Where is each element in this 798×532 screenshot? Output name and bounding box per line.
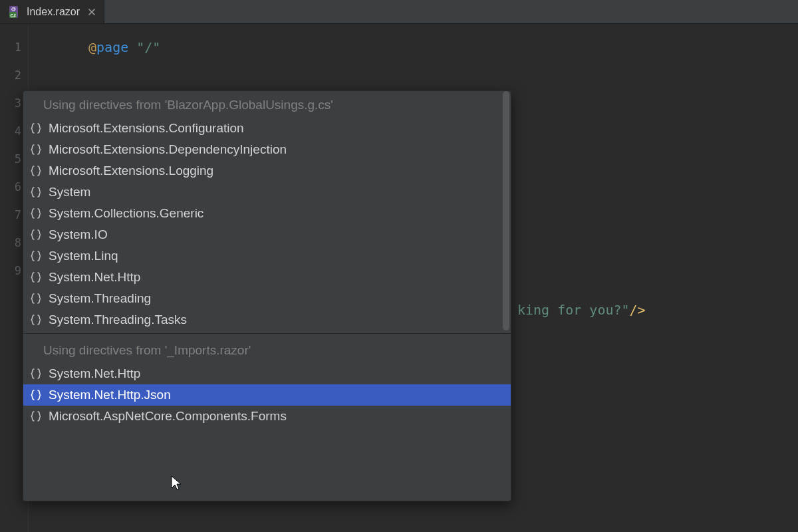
line-number: 8 <box>0 229 21 257</box>
svg-text:C#: C# <box>11 13 17 17</box>
namespace-icon <box>30 389 42 401</box>
close-icon[interactable] <box>88 8 96 16</box>
popup-item-label: Microsoft.Extensions.DependencyInjection <box>49 142 287 157</box>
popup-item-label: System.Collections.Generic <box>49 206 203 221</box>
popup-item[interactable]: System.Threading <box>23 288 511 309</box>
popup-item[interactable]: System.Net.Http <box>23 363 511 384</box>
namespace-icon <box>30 165 42 177</box>
line-number: 1 <box>0 33 21 61</box>
popup-item-label: System <box>49 185 90 200</box>
popup-section-header: Using directives from 'BlazorApp.GlobalU… <box>23 91 511 118</box>
namespace-icon <box>30 250 42 262</box>
namespace-icon <box>30 314 42 326</box>
popup-item[interactable]: Microsoft.AspNetCore.Components.Forms <box>23 406 511 427</box>
tab-bar: @ C# Index.razor <box>0 0 798 24</box>
namespace-icon <box>30 186 42 198</box>
popup-item[interactable]: System.Threading.Tasks <box>23 309 511 331</box>
popup-item[interactable]: Microsoft.Extensions.Configuration <box>23 118 511 139</box>
popup-item-label: System.IO <box>49 227 108 242</box>
line-number: 9 <box>0 257 21 285</box>
popup-item[interactable]: System.Net.Http <box>23 267 511 288</box>
popup-item-label: Microsoft.Extensions.Logging <box>49 164 213 178</box>
popup-item-label: System.Threading <box>49 291 151 306</box>
editor-area: 1 2 3 4 5 6 7 8 9 @page "/" king for you… <box>0 24 798 532</box>
popup-item-label: System.Net.Http <box>49 366 140 381</box>
separator <box>23 333 511 334</box>
popup-item-label: System.Net.Http <box>49 270 140 285</box>
popup-item[interactable]: System.IO <box>23 224 511 245</box>
popup-item[interactable]: Microsoft.Extensions.DependencyInjection <box>23 139 511 160</box>
code-fragment: king for you?"/> <box>517 302 646 318</box>
popup-item[interactable]: Microsoft.Extensions.Logging <box>23 160 511 182</box>
using-directives-popup: Using directives from 'BlazorApp.GlobalU… <box>23 90 511 501</box>
csharp-file-icon: @ C# <box>8 5 21 19</box>
svg-text:@: @ <box>11 7 16 11</box>
namespace-icon <box>30 229 42 241</box>
popup-item-label: System.Net.Http.Json <box>49 388 171 402</box>
popup-item-label: Microsoft.AspNetCore.Components.Forms <box>49 409 287 424</box>
line-number: 6 <box>0 173 21 201</box>
line-number: 5 <box>0 145 21 173</box>
line-number: 3 <box>0 89 21 117</box>
popup-item-label: System.Threading.Tasks <box>49 313 187 327</box>
popup-item[interactable]: System.Linq <box>23 245 511 267</box>
namespace-icon <box>30 410 42 422</box>
namespace-icon <box>30 271 42 283</box>
line-number: 4 <box>0 117 21 145</box>
scrollbar-thumb[interactable] <box>503 91 509 331</box>
namespace-icon <box>30 293 42 305</box>
popup-item-label: Microsoft.Extensions.Configuration <box>49 121 244 136</box>
namespace-icon <box>30 207 42 219</box>
popup-item[interactable]: System.Net.Http.Json <box>23 384 511 406</box>
scrollbar[interactable] <box>501 91 511 501</box>
namespace-icon <box>30 144 42 156</box>
namespace-icon <box>30 122 42 134</box>
popup-section-header: Using directives from '_Imports.razor' <box>23 336 511 363</box>
file-tab[interactable]: @ C# Index.razor <box>0 0 104 23</box>
line-number: 2 <box>0 61 21 89</box>
tab-filename: Index.razor <box>27 6 80 18</box>
popup-item-label: System.Linq <box>49 249 118 263</box>
namespace-icon <box>30 368 42 380</box>
popup-item[interactable]: System <box>23 182 511 203</box>
popup-item[interactable]: System.Collections.Generic <box>23 203 511 224</box>
code-line: @page "/" <box>88 33 798 61</box>
line-number: 7 <box>0 201 21 229</box>
